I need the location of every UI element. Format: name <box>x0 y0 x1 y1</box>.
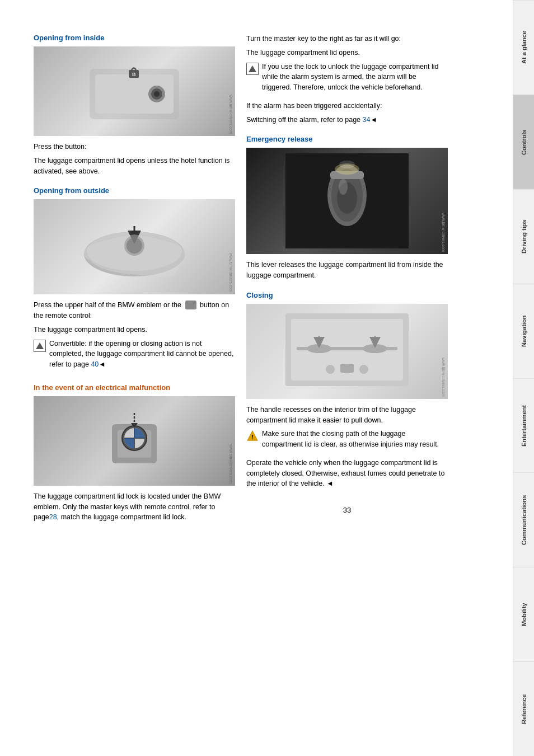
malfunction-illustration <box>78 402 190 480</box>
closing-warning-text: Make sure that the closing path of the l… <box>262 429 448 450</box>
svg-point-4 <box>154 91 160 97</box>
back-symbol: ◄ <box>99 360 105 368</box>
image-watermark-3: www.bmw-drivers.com <box>229 444 233 483</box>
emergency-release-title: Emergency release <box>246 135 448 143</box>
alarm-note2b: Switching off the alarm, refer to page 3… <box>246 115 448 125</box>
sidebar-tab-controls[interactable]: Controls <box>513 95 534 189</box>
sidebar-tab-entertainment[interactable]: Entertainment <box>513 378 534 473</box>
sidebar-tab-navigation[interactable]: Navigation <box>513 284 534 378</box>
svg-text:B: B <box>132 72 136 77</box>
sidebar-tab-mobility[interactable]: Mobility <box>513 567 534 661</box>
warning-icon: ! <box>246 430 259 442</box>
closing-title: Closing <box>246 291 448 299</box>
page-link-28[interactable]: 28 <box>49 513 57 521</box>
triangle-icon <box>36 342 44 349</box>
opening-from-outside-title: Opening from outside <box>34 186 235 195</box>
remote-icon <box>185 300 196 309</box>
svg-point-31 <box>326 365 335 374</box>
opening-from-inside-image: B www.bmw-drivers.com <box>34 46 235 136</box>
back-symbol-2: ◄ <box>370 116 377 124</box>
image-watermark-5: www.bmw-drivers.com <box>442 358 446 397</box>
warning-triangle-icon: ! <box>246 429 259 443</box>
page-link-34[interactable]: 34 <box>363 116 371 124</box>
opening-inside-body1: Press the button: <box>34 142 235 152</box>
triangle-icon-2 <box>249 65 256 72</box>
sidebar-tab-reference[interactable]: Reference <box>513 661 534 756</box>
main-content: Opening from inside B www. <box>0 0 513 756</box>
right-intro-body2: The luggage compartment lid opens. <box>246 48 448 58</box>
note-icon-convertible <box>34 340 46 352</box>
emergency-release-image: www.bmw-drivers.com <box>246 148 448 254</box>
page-number: 33 <box>246 506 448 514</box>
opening-outside-body2: The luggage compartment lid opens. <box>34 325 235 335</box>
electrical-malfunction-body: The luggage compartment lid lock is loca… <box>34 491 235 523</box>
opening-from-outside-image: www.bmw-drivers.com <box>34 199 235 294</box>
left-column: Opening from inside B www. <box>34 34 235 734</box>
opening-outside-note-text: Convertible: if the opening or closing a… <box>49 339 235 370</box>
closing-illustration <box>280 308 414 395</box>
opening-inside-illustration: B <box>78 52 190 130</box>
alarm-note: If you use the lock to unlock the luggag… <box>246 62 448 96</box>
right-intro-body1: Turn the master key to the right as far … <box>246 34 448 44</box>
image-watermark-2: www.bmw-drivers.com <box>229 253 233 292</box>
page-link-40[interactable]: 40 <box>91 360 99 368</box>
sidebar-tab-communications[interactable]: Communications <box>513 472 534 567</box>
page-container: Opening from inside B www. <box>0 0 534 756</box>
opening-outside-note: Convertible: if the opening or closing a… <box>34 339 235 373</box>
closing-body1: The handle recesses on the interior trim… <box>246 405 448 426</box>
closing-warning: ! Make sure that the closing path of the… <box>246 429 448 453</box>
svg-point-30 <box>363 344 387 353</box>
emergency-release-illustration <box>285 153 409 248</box>
image-watermark-1: www.bmw-drivers.com <box>229 95 233 134</box>
note-icon-alarm <box>246 63 259 75</box>
electrical-malfunction-title: In the event of an electrical malfunctio… <box>34 383 235 392</box>
sidebar-tab-driving-tips[interactable]: Driving tips <box>513 189 534 284</box>
back-symbol-3: ◄ <box>326 480 333 487</box>
opening-outside-body1: Press the upper half of the BMW emblem o… <box>34 300 235 321</box>
svg-point-23 <box>339 179 348 195</box>
closing-body2: Operate the vehicle only when the luggag… <box>246 458 448 489</box>
closing-image: www.bmw-drivers.com <box>246 304 448 399</box>
alarm-note2: If the alarm has been triggered accident… <box>246 101 448 111</box>
svg-point-25 <box>339 161 355 168</box>
opening-outside-illustration <box>73 204 196 290</box>
electrical-malfunction-image: www.bmw-drivers.com <box>34 396 235 486</box>
image-watermark-4: www.bmw-drivers.com <box>442 213 446 252</box>
sidebar-tab-at-a-glance[interactable]: At a glance <box>513 0 534 95</box>
sidebar: At a glance Controls Driving tips Naviga… <box>513 0 534 756</box>
right-column: Turn the master key to the right as far … <box>246 34 448 734</box>
svg-point-29 <box>307 344 331 353</box>
opening-inside-body2: The luggage compartment lid opens unless… <box>34 156 235 177</box>
emergency-release-body: This lever releases the luggage compartm… <box>246 260 448 281</box>
svg-rect-33 <box>340 364 354 373</box>
svg-point-32 <box>359 365 368 374</box>
opening-from-inside-title: Opening from inside <box>34 34 235 42</box>
alarm-note-text: If you use the lock to unlock the luggag… <box>262 62 448 93</box>
svg-text:!: ! <box>251 434 254 440</box>
